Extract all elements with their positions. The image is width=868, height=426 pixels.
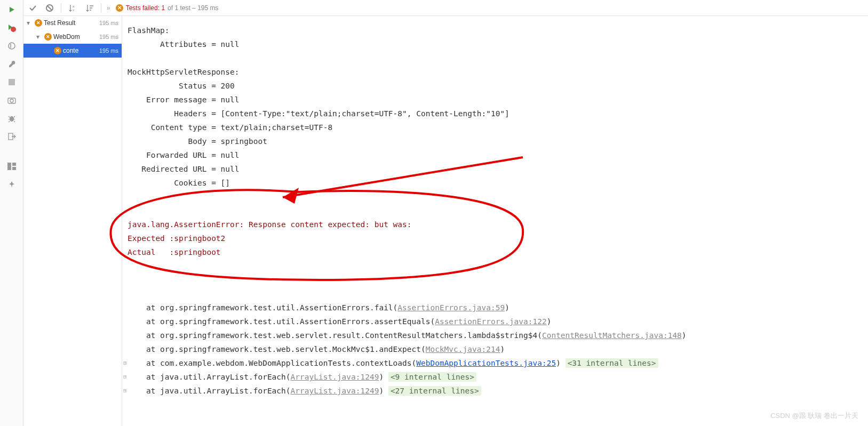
rerun-failed-icon[interactable] [6,22,17,33]
toggle-auto-test-icon[interactable] [6,41,17,51]
test-tree[interactable]: ▾✕Test Result195 ms▾✕WebDom195 ms✕conte1… [23,16,122,426]
svg-text:a: a [73,5,75,8]
fold-icon[interactable]: ⊞ [123,356,127,370]
assertion-error: java.lang.AssertionError: Response conte… [128,220,412,229]
svg-rect-2 [9,79,15,85]
sort-alpha-icon[interactable]: az [67,2,78,14]
svg-point-1 [9,43,15,49]
internal-lines[interactable]: <31 internal lines> [566,358,658,368]
internal-lines[interactable]: <27 internal lines> [388,386,481,396]
svg-text:z: z [73,9,74,12]
layout-icon[interactable] [6,161,17,172]
internal-lines[interactable]: <9 internal lines> [388,372,476,382]
run-icon[interactable] [6,4,17,15]
svg-rect-8 [12,163,16,166]
stack-link[interactable]: ArrayList.java:1249 [291,387,379,395]
error-badge-icon: ✕ [54,47,61,54]
stack-link[interactable]: ArrayList.java:1249 [291,373,379,381]
tree-label: conte [63,47,98,54]
show-ignored-icon[interactable] [44,2,55,14]
tree-label: WebDom [53,33,98,41]
tree-duration: 195 ms [99,34,122,40]
tree-label: Test Result [44,19,98,27]
fold-icon[interactable]: ⊞ [123,384,127,398]
tree-row[interactable]: ▾✕WebDom195 ms [23,30,122,44]
svg-point-4 [10,99,13,102]
error-badge-icon: ✕ [44,33,52,41]
test-status: ✕ Tests failed: 1 of 1 test – 195 ms [116,4,219,12]
sort-duration-icon[interactable] [84,2,95,14]
separator [61,3,61,13]
twist-icon[interactable]: ▾ [27,19,33,27]
chevron-right-icon: » [107,4,110,12]
svg-point-5 [10,116,14,122]
separator [101,3,101,13]
expected-line: Expected :springboot2 [128,234,225,243]
stop-icon[interactable] [6,77,17,87]
exit-icon[interactable] [6,131,17,142]
stack-link[interactable]: ContentResultMatchers.java:148 [542,331,682,340]
show-passed-icon[interactable] [27,2,38,14]
error-badge-icon: ✕ [116,4,123,12]
status-fail-text: Tests failed: 1 [126,4,165,12]
stack-link[interactable]: WebDomApplicationTests.java:25 [416,359,556,367]
tree-duration: 195 ms [99,20,122,26]
wrench-icon[interactable] [6,59,17,69]
tree-row[interactable]: ▾✕Test Result195 ms [23,16,122,30]
error-badge-icon: ✕ [35,19,42,27]
svg-rect-7 [7,163,11,170]
twist-icon[interactable]: ▾ [36,33,43,41]
stack-link[interactable]: AssertionErrors.java:122 [435,317,547,326]
stack-link[interactable]: MockMvc.java:214 [426,345,500,353]
left-tool-strip [0,0,23,426]
camera-icon[interactable] [6,95,17,106]
console-output[interactable]: FlashMap: Attributes = null MockHttpServ… [122,16,868,426]
status-suffix: of 1 test – 195 ms [168,4,218,12]
pin-icon[interactable] [6,179,17,190]
watermark: CSDN @跟 耿瑞 卷出一片天 [770,411,858,421]
run-toolbar: az » ✕ Tests failed: 1 of 1 test – 195 m… [23,0,868,16]
tree-row[interactable]: ✕conte195 ms [23,44,122,58]
svg-rect-9 [12,167,16,170]
actual-line: Actual :springboot [128,248,221,256]
svg-point-0 [11,27,16,32]
fold-icon[interactable]: ⊞ [123,370,127,384]
tree-duration: 195 ms [99,47,122,54]
stack-link[interactable]: AssertionErrors.java:59 [397,303,505,312]
bug-icon[interactable] [6,113,17,124]
